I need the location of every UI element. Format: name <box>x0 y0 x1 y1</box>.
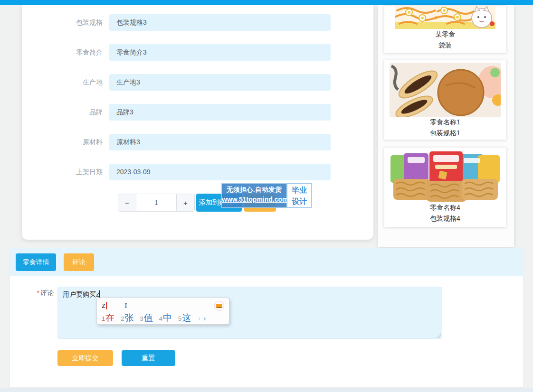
tab-snack-detail[interactable]: 零食详情 <box>16 253 56 271</box>
ime-next-page-icon[interactable]: › <box>203 314 206 322</box>
mouse-ibeam-cursor-icon: I <box>125 302 127 310</box>
resize-grip-icon[interactable] <box>436 333 441 338</box>
product-card-1[interactable]: 某零食 袋装 <box>384 5 506 53</box>
shelf-date-input[interactable]: 2023-03-09 <box>109 164 331 180</box>
product-name: 某零食 <box>384 29 506 40</box>
watermark-url: www.51topmind.com <box>222 196 286 203</box>
origin-label: 生产地 <box>22 78 103 87</box>
noodle-snack-bag-image <box>395 6 495 29</box>
field-row-origin: 生产地 生产地3 <box>22 74 373 91</box>
field-row-package-spec: 包装规格 包装规格3 <box>22 14 373 31</box>
watermark-badge-line2: 设计 <box>287 196 311 207</box>
product-detail-card: 包装规格 包装规格3 零食简介 零食简介3 生产地 生产地3 品牌 品牌3 原材… <box>22 5 373 240</box>
brand-input[interactable]: 品牌3 <box>109 104 331 121</box>
field-row-brand: 品牌 品牌3 <box>22 104 373 121</box>
text-caret <box>99 290 100 298</box>
required-asterisk: * <box>37 289 39 297</box>
quantity-decrease-button[interactable]: − <box>118 194 136 211</box>
product-spec: 包装规格1 <box>384 128 506 139</box>
minus-icon: − <box>125 199 129 207</box>
page-bottom-strip <box>0 388 533 392</box>
quantity-stepper: − 1 + <box>118 194 195 212</box>
snack-intro-input[interactable]: 零食简介3 <box>109 44 331 61</box>
watermark-badge-line1: 毕业 <box>287 185 311 196</box>
field-row-materials: 原材料 原材料3 <box>22 134 373 150</box>
watermark-line1: 无须担心.自动发货 <box>222 186 286 194</box>
materials-label: 原材料 <box>22 138 103 147</box>
package-spec-input[interactable]: 包装规格3 <box>109 14 331 31</box>
materials-input[interactable]: 原材料3 <box>109 134 331 150</box>
ime-candidate-5[interactable]: 5这 <box>178 312 191 324</box>
watermark-overlay: 无须担心.自动发货 www.51topmind.com 毕业 设计 <box>221 183 312 208</box>
reset-button[interactable]: 重置 <box>122 350 175 366</box>
detail-comment-section: 零食详情 评论 *评论 用户要购买z 立即提交 重置 <box>10 248 523 388</box>
product-spec: 袋装 <box>384 40 506 51</box>
snack-intro-label: 零食简介 <box>22 48 103 57</box>
ime-composition-text: z <box>102 301 105 310</box>
tab-comment[interactable]: 评论 <box>64 253 94 271</box>
field-row-snack-intro: 零食简介 零食简介3 <box>22 44 373 61</box>
submit-button[interactable]: 立即提交 <box>57 350 113 366</box>
recommended-products-panel: 某零食 袋装 零食名称1 包装规格1 <box>378 5 514 247</box>
package-spec-label: 包装规格 <box>22 19 103 27</box>
ime-emoji-icon[interactable] <box>214 301 224 311</box>
product-name: 零食名称1 <box>384 117 506 128</box>
watermark-badge: 毕业 设计 <box>287 183 312 208</box>
product-card-2[interactable]: 零食名称1 包装规格1 <box>384 60 506 140</box>
ime-caret <box>106 302 107 309</box>
ime-candidate-2[interactable]: 2张 <box>121 312 133 324</box>
quantity-input[interactable]: 1 <box>136 194 176 211</box>
shelf-date-label: 上架日期 <box>22 168 103 177</box>
origin-input[interactable]: 生产地3 <box>109 74 331 91</box>
top-bar <box>0 0 533 5</box>
ime-candidate-3[interactable]: 3值 <box>140 312 152 324</box>
crispy-noodle-packs-image <box>390 151 501 202</box>
ime-candidate-popup: z I 1在 2张 3值 4中 5这 ‹› <box>96 298 229 325</box>
comment-text: 用户要购买z <box>63 290 99 298</box>
ime-candidate-row: 1在 2张 3值 4中 5这 ‹› <box>102 312 224 324</box>
dorayaki-pancake-image <box>390 63 501 117</box>
ime-candidate-4[interactable]: 4中 <box>159 312 172 324</box>
quantity-increase-button[interactable]: + <box>176 194 194 211</box>
product-card-3[interactable]: 零食名称4 包装规格4 <box>384 147 506 227</box>
plus-icon: + <box>183 199 188 207</box>
ime-prev-page-icon[interactable]: ‹ <box>198 314 200 322</box>
brand-label: 品牌 <box>22 108 103 117</box>
product-name: 零食名称4 <box>384 202 506 213</box>
tab-bar: 零食详情 评论 <box>10 248 523 276</box>
product-spec: 包装规格4 <box>384 213 506 224</box>
comment-field-label: *评论 <box>34 289 54 298</box>
watermark-text-box: 无须担心.自动发货 www.51topmind.com <box>221 183 287 208</box>
field-row-shelf-date: 上架日期 2023-03-09 <box>22 164 373 180</box>
ime-candidate-1[interactable]: 1在 <box>102 312 114 324</box>
ime-composition-row: z I <box>102 300 224 311</box>
